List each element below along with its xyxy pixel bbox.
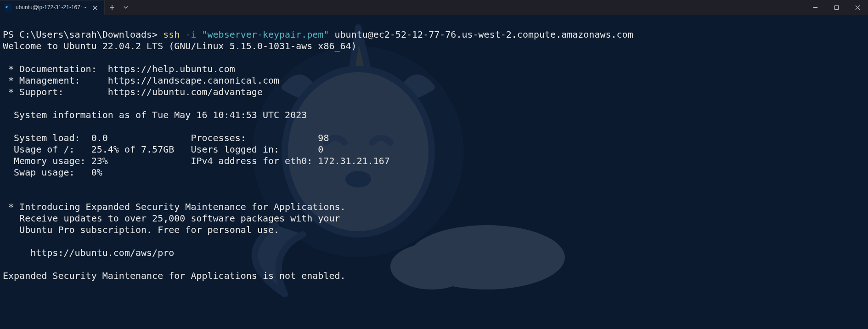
tab-title: ubuntu@ip-172-31-21-167: ~ xyxy=(16,4,87,11)
sysinfo-row: System load: 0.0 Processes: 98 xyxy=(3,132,329,143)
motd-link: * Documentation: https://help.ubuntu.com xyxy=(3,63,235,74)
tab-dropdown-button[interactable] xyxy=(119,0,132,15)
esm-intro-line: Receive updates to over 25,000 software … xyxy=(3,213,340,224)
motd-link: * Management: https://landscape.canonica… xyxy=(3,75,279,86)
esm-intro-line: Ubuntu Pro subscription. Free for person… xyxy=(3,224,279,235)
close-window-button[interactable] xyxy=(847,0,868,15)
motd-link: * Support: https://ubuntu.com/advantage xyxy=(3,86,263,97)
esm-intro-line: * Introducing Expanded Security Maintena… xyxy=(3,201,346,212)
sysinfo-row: Swap usage: 0% xyxy=(3,167,102,178)
esm-status: Expanded Security Maintenance for Applic… xyxy=(3,270,346,281)
powershell-icon xyxy=(5,4,12,11)
close-tab-button[interactable] xyxy=(90,3,100,12)
sysinfo-row: Usage of /: 25.4% of 7.57GB Users logged… xyxy=(3,144,323,155)
ssh-target: ubuntu@ec2-52-12-77-76.us-west-2.compute… xyxy=(334,29,633,40)
sysinfo-row: Memory usage: 23% IPv4 address for eth0:… xyxy=(3,155,390,166)
window-titlebar: ubuntu@ip-172-31-21-167: ~ xyxy=(0,0,868,15)
new-tab-button[interactable] xyxy=(105,0,119,15)
sysinfo-header: System information as of Tue May 16 10:4… xyxy=(3,109,307,120)
ssh-keyfile: "webserver-keypair.pem" xyxy=(202,29,335,40)
terminal-output[interactable]: PS C:\Users\sarah\Downloads> ssh -i "web… xyxy=(0,15,868,284)
motd-welcome: Welcome to Ubuntu 22.04.2 LTS (GNU/Linux… xyxy=(3,40,357,51)
terminal-tab[interactable]: ubuntu@ip-172-31-21-167: ~ xyxy=(0,0,105,15)
ssh-flag: -i xyxy=(185,29,202,40)
prompt-path: PS C:\Users\sarah\Downloads> xyxy=(3,29,163,40)
svg-rect-5 xyxy=(834,6,838,9)
minimize-button[interactable] xyxy=(805,0,826,15)
esm-url: https://ubuntu.com/aws/pro xyxy=(3,247,174,258)
ssh-command: ssh xyxy=(163,29,185,40)
maximize-button[interactable] xyxy=(826,0,847,15)
